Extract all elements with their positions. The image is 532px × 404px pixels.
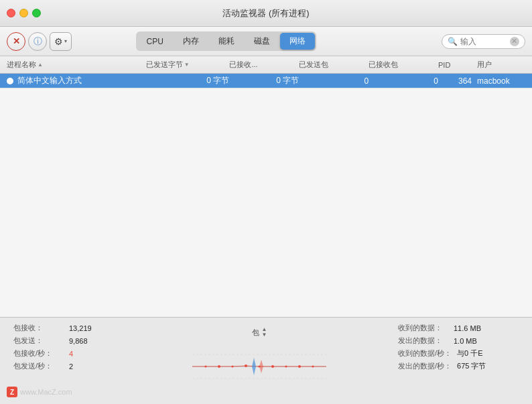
stat-row-data-sent: 发出的数据： 1.0 MB (398, 336, 519, 346)
svg-point-13 (285, 365, 287, 367)
tab-group: CPU 内存 能耗 磁盘 网络 (136, 31, 316, 51)
stat-row-data-recv: 收到的数据： 11.6 MB (398, 323, 519, 333)
stat-label-data-sent: 发出的数据： (398, 336, 448, 346)
stat-row-data-sent-sec: 发出的数据/秒： 675 字节 (398, 361, 519, 371)
table-row[interactable]: 简体中文输入方式 0 字节 0 字节 0 0 364 macbook (0, 74, 532, 88)
minimize-button[interactable]: − (19, 9, 28, 17)
tab-memory[interactable]: 内存 (174, 33, 208, 50)
search-icon: 🔍 (448, 37, 458, 46)
svg-point-5 (245, 364, 247, 367)
title-bar: × − + 活动监视器 (所有进程) (0, 0, 532, 27)
sent-packets-cell: 0 (299, 76, 369, 86)
stat-label-packets-sent: 包发送： (13, 336, 64, 346)
column-header-user[interactable]: 用户 (472, 60, 525, 70)
search-box: 🔍 ✕ (442, 34, 525, 49)
stop-button[interactable]: ✕ (7, 32, 25, 51)
toolbar: ✕ ⓘ ⚙ ▾ CPU 内存 能耗 磁盘 网络 🔍 ✕ (0, 27, 532, 56)
process-status-dot (7, 78, 13, 84)
stat-value-data-recv-sec: 与0 千E (457, 348, 483, 358)
traffic-lights: × − + (7, 9, 41, 17)
table-header: 进程名称 ▲ 已发送字节 ▼ 已接收... 已发送包 已接收包 PID 用户 (0, 56, 532, 74)
svg-point-11 (232, 365, 234, 367)
svg-point-14 (312, 365, 314, 367)
stat-value-data-sent: 1.0 MB (454, 337, 477, 345)
column-header-sent-bytes[interactable]: 已发送字节 ▼ (146, 60, 230, 70)
stat-label-data-recv: 收到的数据： (398, 323, 448, 333)
column-header-pid[interactable]: PID (438, 61, 472, 69)
stat-row-data-recv-sec: 收到的数据/秒： 与0 千E (398, 348, 519, 358)
stat-row-packets-recv: 包接收： 13,219 (13, 323, 121, 333)
svg-marker-8 (252, 358, 256, 375)
stat-label-data-recv-sec: 收到的数据/秒： (398, 348, 452, 358)
column-header-process-name[interactable]: 进程名称 ▲ (7, 60, 146, 70)
network-chart-svg (192, 340, 326, 393)
recv-packets-cell: 0 (369, 76, 438, 86)
close-button[interactable]: × (7, 9, 15, 17)
sent-bytes-cell: 0 字节 (146, 75, 230, 86)
tab-cpu[interactable]: CPU (137, 34, 173, 49)
maximize-button[interactable]: + (32, 9, 41, 17)
gear-icon: ⚙ (54, 36, 63, 47)
stat-value-packets-recv: 13,219 (69, 324, 92, 332)
sort-icon: ▲ (38, 62, 43, 68)
svg-point-10 (205, 365, 207, 367)
stats-left: 包接收： 13,219 包发送： 9,868 包接收/秒： 4 包发送/秒： 2 (13, 323, 121, 399)
chart-label: 包 (252, 328, 259, 338)
svg-point-6 (271, 365, 274, 368)
tab-network[interactable]: 网络 (280, 33, 315, 50)
search-clear-button[interactable]: ✕ (510, 37, 519, 46)
process-name-cell: 简体中文输入方式 (17, 75, 82, 86)
stat-row-packets-recv-sec: 包接收/秒： 4 (13, 348, 121, 358)
user-cell: macbook (472, 76, 525, 86)
chart-arrows-icon[interactable]: ▲ ▼ (262, 327, 267, 338)
svg-point-4 (218, 365, 220, 368)
column-header-sent-packets[interactable]: 已发送包 (299, 60, 369, 70)
stat-label-packets-recv-sec: 包接收/秒： (13, 348, 64, 358)
stat-value-packets-recv-sec: 4 (69, 350, 73, 358)
column-header-recv-bytes[interactable]: 已接收... (229, 60, 299, 70)
gear-arrow-icon: ▾ (64, 38, 67, 44)
stat-value-data-sent-sec: 675 字节 (457, 361, 486, 371)
stats-right: 收到的数据： 11.6 MB 发出的数据： 1.0 MB 收到的数据/秒： 与0… (398, 323, 519, 399)
stat-label-packets-recv: 包接收： (13, 323, 64, 333)
stat-label-packets-sent-sec: 包发送/秒： (13, 361, 64, 371)
pid-cell: 364 (438, 76, 472, 86)
stat-value-data-recv: 11.6 MB (454, 324, 481, 332)
toolbar-left: ✕ ⓘ ⚙ ▾ (7, 32, 72, 51)
stat-row-packets-sent: 包发送： 9,868 (13, 336, 121, 346)
stat-value-packets-sent-sec: 2 (69, 362, 73, 371)
recv-bytes-cell: 0 字节 (229, 75, 299, 86)
process-table-container: 进程名称 ▲ 已发送字节 ▼ 已接收... 已发送包 已接收包 PID 用户 (0, 56, 532, 317)
svg-point-12 (259, 365, 261, 367)
main-content: 进程名称 ▲ 已发送字节 ▼ 已接收... 已发送包 已接收包 PID 用户 (0, 56, 532, 404)
stat-row-packets-sent-sec: 包发送/秒： 2 (13, 361, 121, 371)
network-chart-area: 包 ▲ ▼ (134, 323, 385, 399)
tab-disk[interactable]: 磁盘 (245, 33, 279, 50)
bottom-panel: 包接收： 13,219 包发送： 9,868 包接收/秒： 4 包发送/秒： 2 (0, 317, 532, 404)
search-input[interactable] (460, 37, 507, 46)
stat-label-data-sent-sec: 发出的数据/秒： (398, 361, 452, 371)
tab-energy[interactable]: 能耗 (209, 33, 244, 50)
sort-icon-sent: ▼ (184, 62, 190, 68)
svg-point-7 (298, 365, 301, 368)
window-title: 活动监视器 (所有进程) (222, 7, 309, 19)
info-button[interactable]: ⓘ (28, 32, 47, 51)
column-header-recv-packets[interactable]: 已接收包 (369, 60, 438, 70)
bottom-stats: 包接收： 13,219 包发送： 9,868 包接收/秒： 4 包发送/秒： 2 (0, 318, 532, 404)
stat-value-packets-sent: 9,868 (69, 337, 88, 345)
chart-selector: 包 ▲ ▼ (252, 327, 267, 338)
gear-button[interactable]: ⚙ ▾ (50, 32, 72, 51)
